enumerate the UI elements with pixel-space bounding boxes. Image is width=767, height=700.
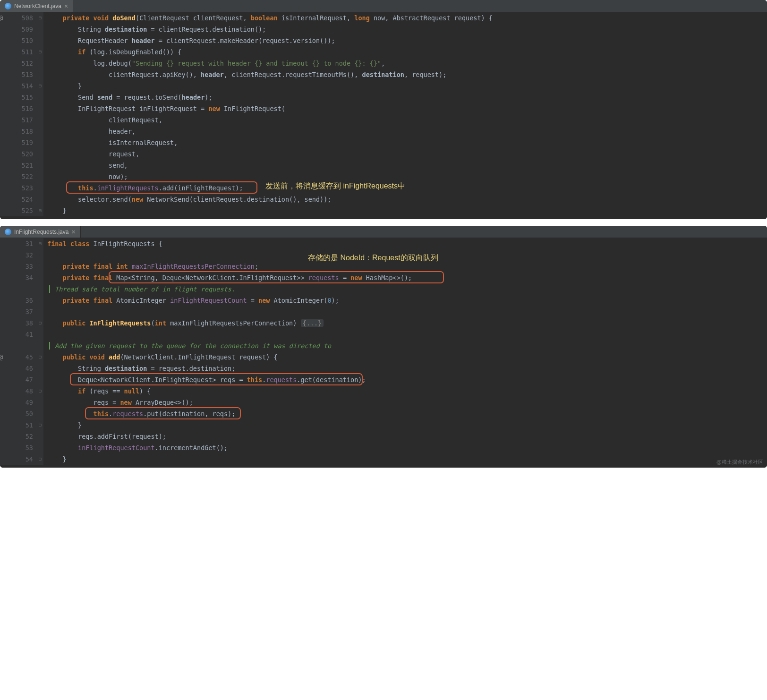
code-line bbox=[47, 306, 767, 317]
code-line: String destination = clientRequest.desti… bbox=[47, 24, 767, 35]
code-area-2[interactable]: 31 32 33 34 36 37 38 41 @45 46 47 48 49 … bbox=[0, 238, 767, 468]
code-line: public InFlightRequests(int maxInFlightR… bbox=[47, 317, 767, 329]
code-line: private final AtomicInteger inFlightRequ… bbox=[47, 295, 767, 306]
annotation-text: 存储的是 NodeId：Request的双向队列 bbox=[308, 253, 438, 263]
code-line: } bbox=[47, 419, 767, 431]
code-line: } bbox=[47, 80, 767, 92]
code-line bbox=[47, 329, 767, 340]
code-line: send, bbox=[47, 160, 767, 171]
fold-column-1: ⊟ ⊟ ⊟ ⊟ bbox=[37, 12, 43, 216]
watermark: @稀土掘金技术社区 bbox=[716, 459, 763, 466]
code-line: if (reqs == null) { bbox=[47, 385, 767, 397]
tab-label: InFlightRequests.java bbox=[14, 229, 68, 235]
code-line: clientRequest, bbox=[47, 114, 767, 126]
code-area-1[interactable]: @508 509 510 511 512 513 514 515 516 517… bbox=[0, 12, 767, 219]
close-icon[interactable]: × bbox=[71, 228, 75, 236]
code-line: RequestHeader header = clientRequest.mak… bbox=[47, 35, 767, 46]
tab-inflightrequests[interactable]: InFlightRequests.java × bbox=[0, 226, 81, 238]
code-line: if (log.isDebugEnabled()) { bbox=[47, 46, 767, 58]
code-line: this.requests.put(destination, reqs); bbox=[47, 408, 767, 419]
code-line: Send send = request.toSend(header); bbox=[47, 92, 767, 103]
code-line: clientRequest.apiKey(), header, clientRe… bbox=[47, 69, 767, 80]
code-line: request, bbox=[47, 148, 767, 160]
tab-bar-2: InFlightRequests.java × bbox=[0, 226, 767, 238]
code-line: selector.send(new NetworkSend(clientRequ… bbox=[47, 194, 767, 205]
close-icon[interactable]: × bbox=[64, 2, 68, 10]
code-line: private final Map<String, Deque<NetworkC… bbox=[47, 272, 767, 283]
editor-pane-2: InFlightRequests.java × 31 32 33 34 36 3… bbox=[0, 226, 767, 468]
tab-bar-1: NetworkClient.java × bbox=[0, 0, 767, 12]
folded-block[interactable]: {...} bbox=[301, 319, 324, 327]
code-line: final class InFlightRequests { bbox=[47, 238, 767, 249]
tab-networkclient[interactable]: NetworkClient.java × bbox=[0, 0, 73, 12]
code-lines-2[interactable]: final class InFlightRequests { private f… bbox=[43, 238, 767, 465]
code-line: now); bbox=[47, 171, 767, 182]
code-line: } bbox=[47, 205, 767, 216]
code-line: Deque<NetworkClient.InFlightRequest> req… bbox=[47, 374, 767, 385]
code-line: } bbox=[47, 453, 767, 465]
code-line: reqs = new ArrayDeque<>(); bbox=[47, 397, 767, 408]
doc-comment: Thread safe total number of in flight re… bbox=[47, 283, 767, 295]
gutter-2: 31 32 33 34 36 37 38 41 @45 46 47 48 49 … bbox=[0, 238, 37, 465]
code-line: public void add(NetworkClient.InFlightRe… bbox=[47, 351, 767, 363]
code-lines-1[interactable]: private void doSend(ClientRequest client… bbox=[43, 12, 767, 216]
code-line: inFlightRequestCount.incrementAndGet(); bbox=[47, 442, 767, 453]
code-line: this.inFlightRequests.add(inFlightReques… bbox=[47, 182, 767, 194]
code-line: private void doSend(ClientRequest client… bbox=[47, 12, 767, 24]
annotation-text: 发送前，将消息缓存到 inFightRequests中 bbox=[265, 181, 405, 191]
code-line: log.debug("Sending {} request with heade… bbox=[47, 58, 767, 69]
code-line: header, bbox=[47, 126, 767, 137]
tab-label: NetworkClient.java bbox=[14, 3, 61, 9]
java-file-icon bbox=[5, 229, 11, 235]
code-line: reqs.addFirst(request); bbox=[47, 431, 767, 442]
java-file-icon bbox=[5, 3, 11, 9]
doc-comment: Add the given request to the queue for t… bbox=[47, 340, 767, 351]
gutter-1: @508 509 510 511 512 513 514 515 516 517… bbox=[0, 12, 37, 216]
code-line: isInternalRequest, bbox=[47, 137, 767, 148]
code-line: String destination = request.destination… bbox=[47, 363, 767, 374]
fold-column-2: ⊟ ⊞ ⊟ ⊟ ⊟ ⊟ bbox=[37, 238, 43, 465]
code-line: InFlightRequest inFlightRequest = new In… bbox=[47, 103, 767, 114]
editor-pane-1: NetworkClient.java × @508 509 510 511 51… bbox=[0, 0, 767, 219]
